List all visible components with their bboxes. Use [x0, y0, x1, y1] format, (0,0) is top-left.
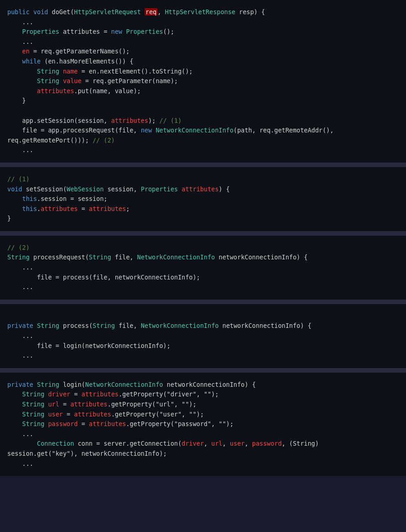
code-token: getProperty: [111, 400, 152, 408]
block-separator: [0, 163, 406, 167]
code-token: value: [63, 77, 82, 84]
code-line: this.session = session;: [7, 195, 107, 202]
code-token: (file, networkConnectionInfo);: [89, 274, 200, 281]
code-token: req: [145, 8, 157, 16]
code-token: [141, 8, 145, 16]
code-token: (en.: [41, 58, 59, 65]
code-line: ...: [7, 352, 33, 359]
code-pre: // (1) void setSession(WebSession sessio…: [0, 172, 406, 226]
code-token: // (1): [159, 117, 182, 124]
code-token: ("url", "");: [152, 400, 197, 408]
code-token: [48, 8, 52, 16]
code-token: attributes: [70, 400, 107, 408]
code-token: String: [22, 411, 45, 418]
code-token: password: [48, 420, 78, 427]
code-token: );: [148, 117, 159, 124]
code-token: toString: [152, 68, 182, 75]
code-token: file =: [7, 342, 63, 349]
code-line: }: [7, 97, 26, 104]
code-token: [7, 28, 22, 35]
code-token: driver: [182, 440, 204, 447]
code-token: NetworkConnectionInfo: [141, 322, 219, 329]
code-token: ...: [7, 38, 33, 45]
code-line: ...: [7, 146, 33, 153]
code-token: getProperty: [122, 390, 163, 398]
code-token: ...: [7, 430, 33, 437]
code-token: =: [59, 400, 70, 408]
code-token: getParameter: [108, 77, 152, 84]
code-token: .: [111, 411, 115, 418]
code-pre: private String login(NetworkConnectionIn…: [0, 377, 406, 471]
block-separator: [0, 369, 406, 373]
code-line: ...: [7, 263, 33, 271]
code-token: ...: [7, 18, 33, 26]
code-token: processRequest: [33, 253, 85, 261]
code-line: ...: [7, 38, 33, 45]
code-token: doGet: [52, 8, 71, 16]
code-token: (name);: [152, 77, 178, 84]
code-token: (: [63, 185, 67, 193]
code-block-block5: private String login(NetworkConnectionIn…: [0, 373, 406, 476]
code-token: ...: [7, 283, 33, 290]
code-token: public: [7, 8, 30, 16]
code-line: // (2): [7, 244, 30, 251]
code-line: String user = attributes.getProperty("us…: [7, 411, 204, 418]
code-token: [7, 68, 37, 75]
code-token: ,: [157, 8, 165, 16]
code-token: getRemoteAddr: [274, 126, 323, 134]
code-token: [59, 77, 63, 84]
code-line: ...: [7, 332, 33, 339]
code-line: this.attributes = attributes;: [7, 205, 130, 212]
code-token: networkConnectionInfo) {: [163, 381, 255, 388]
code-token: name: [63, 68, 78, 75]
code-token: String: [89, 253, 111, 261]
code-token: }: [7, 97, 26, 104]
code-token: (path, req.: [234, 126, 274, 134]
code-token: ;: [126, 205, 130, 212]
code-token: NetworkConnectionInfo: [156, 126, 234, 134]
code-token: session,: [104, 185, 141, 193]
code-token: String: [7, 253, 30, 261]
code-token: = en.: [78, 68, 100, 75]
code-line: String password = attributes.getProperty…: [7, 420, 234, 427]
code-token: login: [63, 342, 82, 349]
code-token: .: [37, 205, 41, 212]
code-line: String url = attributes.getProperty("url…: [7, 400, 197, 408]
code-token: void: [7, 185, 22, 193]
code-token: [7, 58, 22, 65]
code-token: process: [63, 322, 89, 329]
code-token: ) {: [219, 185, 229, 193]
code-line: ...: [7, 460, 33, 467]
code-token: [30, 253, 33, 261]
code-token: attributes: [89, 205, 126, 212]
code-token: getProperty: [130, 420, 170, 427]
code-token: [178, 185, 182, 193]
code-token: .: [108, 400, 111, 408]
code-token: req.: [7, 137, 22, 144]
code-token: .session = session;: [37, 195, 107, 202]
code-token: file = app.: [7, 126, 63, 134]
block-separator: [0, 300, 406, 304]
code-line: public void doGet(HttpServletRequest req…: [7, 8, 265, 16]
code-token: new: [141, 126, 152, 134]
code-token: Properties: [141, 185, 178, 193]
code-token: driver: [48, 390, 70, 398]
code-token: [22, 185, 26, 193]
code-token: Properties: [22, 28, 59, 35]
code-token: [7, 47, 22, 55]
code-token: user: [230, 440, 245, 447]
code-token: (),: [323, 126, 333, 134]
code-line: app.setSession(session, attributes); // …: [7, 117, 182, 124]
code-token: // (2): [93, 137, 115, 144]
code-token: ("password", "");: [171, 420, 234, 427]
code-line: // (1): [7, 175, 30, 183]
code-token: ...: [7, 460, 33, 467]
code-token: setSession: [37, 117, 74, 124]
code-token: ("key"), networkConnectionInfo);: [48, 450, 167, 457]
code-token: = req.: [30, 47, 56, 55]
code-line: void setSession(WebSession session, Prop…: [7, 185, 230, 193]
code-token: [59, 381, 63, 388]
code-token: = req.: [82, 77, 108, 84]
code-token: networkConnectionInfo) {: [215, 253, 307, 261]
code-line: Connection conn = server.getConnection(d…: [7, 440, 319, 447]
